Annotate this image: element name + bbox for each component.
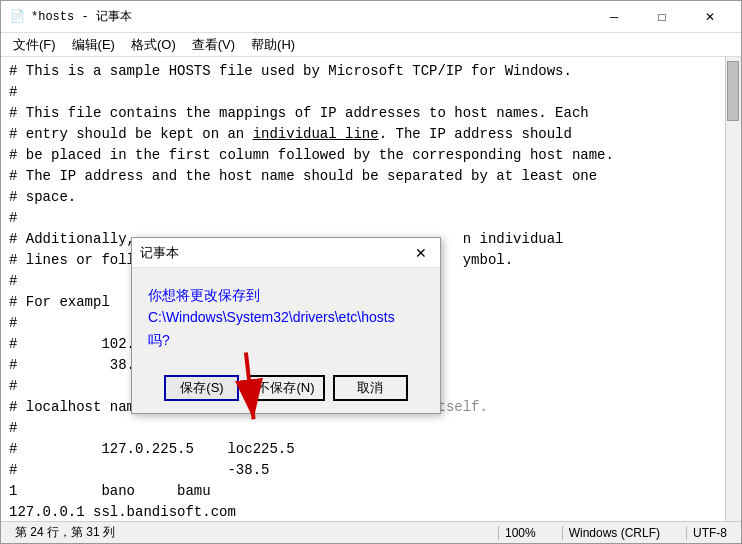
editor-area[interactable]: # This is a sample HOSTS file used by Mi… xyxy=(1,57,741,521)
dialog-message: 你想将更改保存到 C:\Windows\System32\drivers\etc… xyxy=(148,284,424,351)
status-bar: 第 24 行，第 31 列 100% Windows (CRLF) UTF-8 xyxy=(1,521,741,543)
dialog-body: 你想将更改保存到 C:\Windows\System32\drivers\etc… xyxy=(132,268,440,371)
line-ending: Windows (CRLF) xyxy=(562,526,666,540)
app-icon: 📄 xyxy=(9,9,25,25)
close-button[interactable]: ✕ xyxy=(687,5,733,29)
dialog-title-bar: 记事本 ✕ xyxy=(132,238,440,268)
main-window: 📄 *hosts - 记事本 ─ □ ✕ 文件(F) 编辑(E) 格式(O) 查… xyxy=(0,0,742,544)
vertical-scrollbar[interactable] xyxy=(725,57,741,521)
save-dialog: 记事本 ✕ 你想将更改保存到 C:\Windows\System32\drive… xyxy=(131,237,441,414)
scrollbar-thumb[interactable] xyxy=(727,61,739,121)
maximize-button[interactable]: □ xyxy=(639,5,685,29)
cancel-button[interactable]: 取消 xyxy=(333,375,408,401)
dialog-close-button[interactable]: ✕ xyxy=(410,242,432,264)
title-bar-controls: ─ □ ✕ xyxy=(591,5,733,29)
menu-format[interactable]: 格式(O) xyxy=(123,34,184,56)
menu-edit[interactable]: 编辑(E) xyxy=(64,34,123,56)
menu-file[interactable]: 文件(F) xyxy=(5,34,64,56)
title-bar: 📄 *hosts - 记事本 ─ □ ✕ xyxy=(1,1,741,33)
cursor-position: 第 24 行，第 31 列 xyxy=(9,524,121,541)
window-title: *hosts - 记事本 xyxy=(31,8,132,25)
menu-help[interactable]: 帮助(H) xyxy=(243,34,303,56)
dialog-title: 记事本 xyxy=(140,244,179,262)
save-button[interactable]: 保存(S) xyxy=(164,375,239,401)
menu-bar: 文件(F) 编辑(E) 格式(O) 查看(V) 帮助(H) xyxy=(1,33,741,57)
menu-view[interactable]: 查看(V) xyxy=(184,34,243,56)
dont-save-button[interactable]: 不保存(N) xyxy=(247,375,324,401)
dialog-buttons: 保存(S) 不保存(N) 取消 xyxy=(132,371,440,413)
title-bar-left: 📄 *hosts - 记事本 xyxy=(9,8,132,25)
encoding: UTF-8 xyxy=(686,526,733,540)
zoom-level: 100% xyxy=(498,526,542,540)
minimize-button[interactable]: ─ xyxy=(591,5,637,29)
